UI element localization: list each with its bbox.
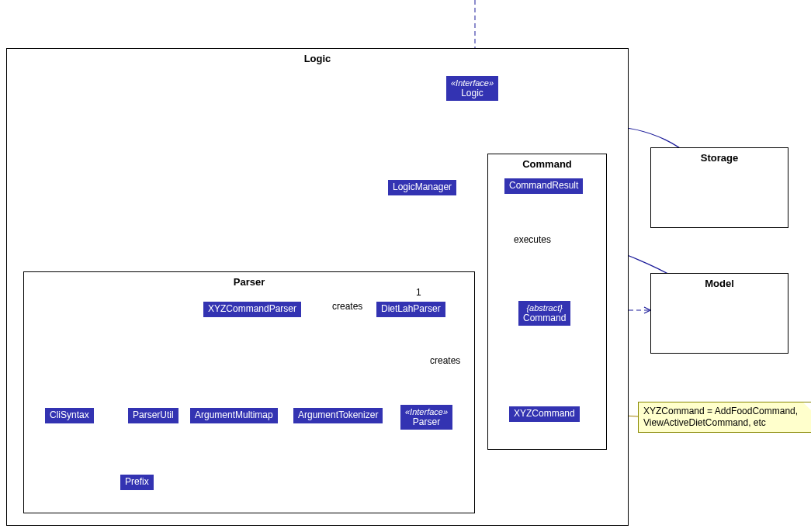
class-logic-interface: «Interface» Logic — [446, 76, 498, 101]
class-argument-tokenizer-name: ArgumentTokenizer — [298, 409, 378, 420]
class-command-result-name: CommandResult — [509, 180, 578, 191]
class-abstract-command: {abstract} Command — [518, 301, 570, 326]
package-command-title: Command — [488, 158, 606, 170]
class-logic-name: Logic — [451, 88, 494, 99]
class-xyz-command: XYZCommand — [509, 406, 580, 422]
class-xyz-command-name: XYZCommand — [514, 408, 575, 419]
note-line1: XYZCommand = AddFoodCommand, — [643, 406, 806, 417]
label-creates-2: creates — [430, 355, 460, 366]
class-dietlah-parser: DietLahParser — [376, 302, 445, 317]
class-xyz-command-parser: XYZCommandParser — [203, 302, 301, 317]
class-dietlah-parser-name: DietLahParser — [381, 303, 441, 314]
class-argument-multimap-name: ArgumentMultimap — [195, 409, 273, 420]
package-model-title: Model — [651, 278, 788, 289]
package-storage: Storage — [650, 147, 788, 228]
class-abstract-command-stereo: {abstract} — [523, 303, 566, 313]
note-xyzcommand: XYZCommand = AddFoodCommand, ViewActiveD… — [638, 402, 811, 433]
class-prefix-name: Prefix — [125, 476, 149, 487]
class-parser-interface-name: Parser — [405, 417, 448, 428]
class-xyz-command-parser-name: XYZCommandParser — [208, 303, 296, 314]
class-parser-util-name: ParserUtil — [133, 409, 174, 420]
package-logic-title: Logic — [7, 53, 628, 64]
class-argument-multimap: ArgumentMultimap — [190, 408, 278, 423]
package-parser-title: Parser — [24, 276, 474, 288]
class-abstract-command-name: Command — [523, 313, 566, 324]
class-prefix: Prefix — [120, 475, 154, 490]
class-parser-interface-stereo: «Interface» — [405, 407, 448, 417]
class-logic-manager-name: LogicManager — [393, 181, 452, 192]
label-multiplicity-one: 1 — [416, 287, 421, 298]
class-parser-util: ParserUtil — [128, 408, 178, 423]
class-argument-tokenizer: ArgumentTokenizer — [293, 408, 383, 423]
class-command-result: CommandResult — [504, 178, 583, 194]
class-logic-manager: LogicManager — [388, 180, 456, 195]
package-model: Model — [650, 273, 788, 354]
note-line2: ViewActiveDietCommand, etc — [643, 417, 806, 429]
label-executes: executes — [514, 234, 551, 245]
package-storage-title: Storage — [651, 152, 788, 164]
class-logic-stereo: «Interface» — [451, 78, 494, 88]
class-cli-syntax-name: CliSyntax — [50, 409, 89, 420]
class-cli-syntax: CliSyntax — [45, 408, 94, 423]
class-parser-interface: «Interface» Parser — [400, 405, 452, 430]
label-creates-1: creates — [332, 301, 362, 312]
